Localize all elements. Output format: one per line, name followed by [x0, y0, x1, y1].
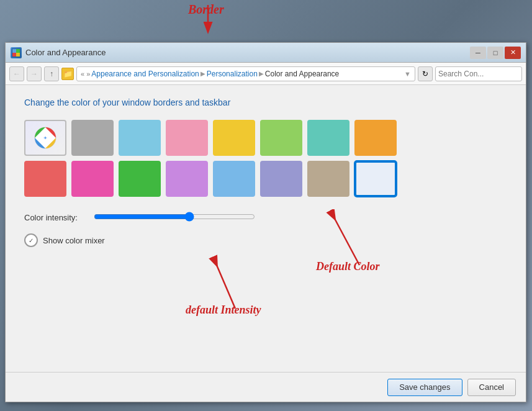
color-swatch-palette[interactable]: [24, 120, 66, 156]
cancel-button[interactable]: Cancel: [467, 379, 516, 396]
svg-rect-5: [12, 53, 16, 56]
color-swatch-gray[interactable]: [71, 120, 114, 156]
page-title: Change the color of your window borders …: [24, 97, 507, 107]
intensity-arrow-svg: [186, 253, 285, 315]
color-swatch-lavender[interactable]: [166, 161, 208, 197]
svg-line-10: [217, 265, 235, 309]
color-swatch-hot-pink[interactable]: [71, 161, 114, 197]
svg-rect-4: [16, 49, 20, 53]
breadcrumb-bar: « » Appearance and Personalization ▶ Per…: [76, 66, 415, 81]
color-row-1: [24, 120, 507, 156]
nav-bar: ← → ↑ 📁 « » Appearance and Personalizati…: [6, 63, 526, 85]
save-button[interactable]: Save changes: [387, 379, 462, 396]
color-swatch-pink[interactable]: [166, 120, 208, 156]
breadcrumb-dropdown[interactable]: ▼: [404, 70, 411, 78]
breadcrumb-personalization[interactable]: Personalization: [207, 70, 258, 78]
svg-rect-3: [12, 49, 16, 53]
folder-icon: 📁: [61, 68, 74, 80]
color-swatch-salmon[interactable]: [24, 161, 66, 197]
color-swatch-bright-green[interactable]: [119, 161, 161, 197]
content-area: Change the color of your window borders …: [6, 85, 526, 272]
back-button[interactable]: ←: [9, 66, 24, 81]
color-swatch-purple[interactable]: [260, 161, 302, 197]
color-swatch-teal[interactable]: [307, 120, 349, 156]
mixer-toggle-icon: ✓: [29, 237, 34, 244]
forward-button[interactable]: →: [27, 66, 42, 81]
color-swatch-green[interactable]: [260, 120, 302, 156]
mixer-toggle-button[interactable]: ✓: [24, 233, 38, 247]
svg-rect-6: [16, 53, 20, 56]
color-swatch-light-blue[interactable]: [119, 120, 161, 156]
window-controls: ─ □ ✕: [470, 47, 521, 59]
minimize-button[interactable]: ─: [470, 47, 486, 59]
maximize-button[interactable]: □: [487, 47, 503, 59]
intensity-annotation-text: default Intensity: [186, 304, 261, 317]
color-swatch-white[interactable]: [354, 161, 397, 197]
show-mixer-label: Show color mixer: [43, 236, 105, 245]
color-swatch-sky-blue[interactable]: [213, 161, 255, 197]
title-bar: Color and Appearance ─ □ ✕: [6, 43, 526, 63]
color-annotation-text: Default Color: [316, 260, 380, 273]
window-icon: [11, 47, 22, 58]
intensity-row: Color intensity:: [24, 212, 507, 224]
footer: Save changes Cancel: [6, 372, 526, 402]
breadcrumb-arrows: « »: [81, 70, 90, 78]
up-button[interactable]: ↑: [44, 66, 59, 81]
close-button[interactable]: ✕: [505, 47, 521, 59]
color-grid: [24, 120, 507, 197]
main-window: Color and Appearance ─ □ ✕ ← → ↑ 📁 « » A…: [5, 42, 526, 402]
search-input[interactable]: [438, 70, 531, 78]
title-bar-left: Color and Appearance: [11, 47, 106, 58]
window-title: Color and Appearance: [25, 48, 106, 57]
search-box: 🔍: [435, 66, 522, 81]
color-row-2: [24, 161, 507, 197]
intensity-label: Color intensity:: [24, 213, 86, 222]
intensity-slider[interactable]: [94, 212, 255, 222]
intensity-annotation: default Intensity: [186, 253, 285, 317]
refresh-button[interactable]: ↻: [418, 66, 433, 81]
color-swatch-yellow[interactable]: [213, 120, 255, 156]
color-swatch-orange[interactable]: [354, 120, 397, 156]
show-mixer-row: ✓ Show color mixer: [24, 233, 507, 247]
breadcrumb-appearance[interactable]: Appearance and Personalization: [91, 70, 199, 78]
breadcrumb-current: Color and Appearance: [265, 70, 339, 78]
slider-container: [94, 212, 268, 224]
color-swatch-tan[interactable]: [307, 161, 349, 197]
